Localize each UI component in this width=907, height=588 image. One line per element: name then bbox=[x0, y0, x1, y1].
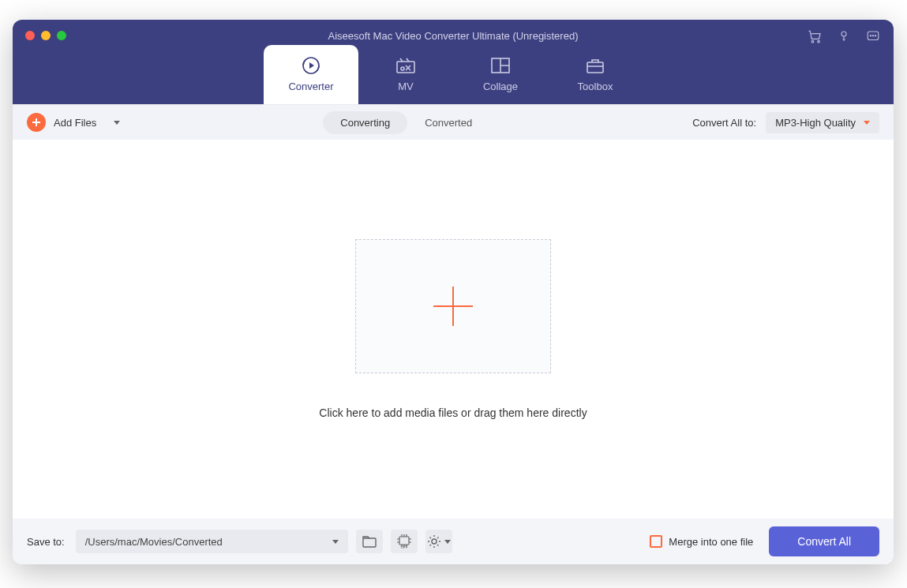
output-format-select[interactable]: MP3-High Quality bbox=[766, 112, 879, 133]
convert-all-button[interactable]: Convert All bbox=[769, 526, 879, 556]
traffic-lights bbox=[25, 31, 66, 40]
tab-label: Collage bbox=[483, 81, 518, 92]
segment-converting[interactable]: Converting bbox=[323, 111, 407, 134]
hardware-accel-button[interactable]: OFF bbox=[391, 530, 418, 553]
maximize-window-button[interactable] bbox=[57, 31, 66, 40]
folder-icon bbox=[362, 536, 377, 548]
minimize-window-button[interactable] bbox=[41, 31, 51, 40]
convert-all-label: Convert All bbox=[797, 535, 851, 548]
svg-rect-14 bbox=[587, 62, 603, 73]
cart-icon[interactable] bbox=[807, 28, 823, 47]
main-tabs: Converter MV Collage Toolbox bbox=[264, 45, 643, 104]
add-media-dropzone[interactable] bbox=[355, 239, 551, 373]
settings-button[interactable] bbox=[425, 530, 452, 553]
converter-icon bbox=[301, 57, 321, 74]
tab-label: MV bbox=[398, 81, 414, 92]
tab-mv[interactable]: MV bbox=[358, 45, 453, 104]
svg-point-20 bbox=[432, 539, 437, 544]
key-icon[interactable] bbox=[837, 29, 851, 47]
svg-point-6 bbox=[875, 36, 875, 36]
plus-icon bbox=[433, 287, 473, 326]
toolbar: Add Files Converting Converted Convert A… bbox=[13, 104, 894, 140]
tab-label: Converter bbox=[288, 81, 333, 92]
app-window: Aiseesoft Mac Video Converter Ultimate (… bbox=[13, 20, 894, 564]
tab-collage[interactable]: Collage bbox=[453, 45, 548, 104]
chevron-down-icon bbox=[864, 121, 870, 125]
plus-circle-icon bbox=[27, 113, 46, 132]
convert-all-to-label: Convert All to: bbox=[692, 117, 756, 129]
save-path-select[interactable]: /Users/mac/Movies/Converted bbox=[76, 530, 348, 553]
main-content: Click here to add media files or drag th… bbox=[13, 140, 894, 519]
svg-rect-17 bbox=[363, 538, 376, 547]
svg-point-10 bbox=[401, 67, 404, 70]
footer-bar: Save to: /Users/mac/Movies/Converted OFF… bbox=[13, 519, 894, 564]
window-title: Aiseesoft Mac Video Converter Ultimate (… bbox=[13, 20, 894, 42]
svg-point-1 bbox=[818, 40, 820, 42]
add-files-button[interactable]: Add Files bbox=[27, 113, 120, 132]
gear-icon bbox=[427, 534, 441, 549]
open-folder-button[interactable] bbox=[356, 530, 383, 553]
format-selected-value: MP3-High Quality bbox=[775, 117, 856, 129]
chevron-down-icon bbox=[332, 540, 339, 544]
merge-label: Merge into one file bbox=[669, 536, 753, 548]
svg-text:OFF: OFF bbox=[400, 545, 407, 549]
svg-rect-18 bbox=[399, 537, 409, 545]
svg-marker-8 bbox=[309, 62, 314, 69]
chip-icon: OFF bbox=[396, 534, 412, 549]
merge-checkbox[interactable]: Merge into one file bbox=[650, 535, 753, 548]
chevron-down-icon bbox=[114, 121, 120, 125]
svg-rect-9 bbox=[397, 62, 414, 73]
dropzone-hint: Click here to add media files or drag th… bbox=[319, 406, 587, 419]
conversion-status-segment: Converting Converted bbox=[323, 111, 489, 134]
add-files-label: Add Files bbox=[54, 117, 96, 129]
collage-icon bbox=[490, 57, 511, 74]
segment-converted[interactable]: Converted bbox=[407, 111, 489, 134]
toolbox-icon bbox=[585, 57, 605, 74]
titlebar: Aiseesoft Mac Video Converter Ultimate (… bbox=[13, 20, 894, 104]
tab-converter[interactable]: Converter bbox=[264, 45, 358, 104]
close-window-button[interactable] bbox=[25, 31, 35, 40]
tab-toolbox[interactable]: Toolbox bbox=[548, 45, 643, 104]
svg-point-4 bbox=[870, 36, 871, 36]
feedback-icon[interactable] bbox=[865, 29, 881, 47]
save-path-value: /Users/mac/Movies/Converted bbox=[85, 536, 223, 548]
svg-point-0 bbox=[811, 40, 814, 42]
convert-all-to-group: Convert All to: MP3-High Quality bbox=[692, 112, 879, 133]
svg-point-5 bbox=[872, 36, 873, 36]
svg-point-2 bbox=[841, 32, 846, 36]
mv-icon bbox=[395, 57, 416, 74]
chevron-down-icon bbox=[444, 540, 451, 544]
save-to-label: Save to: bbox=[27, 536, 65, 548]
checkbox-icon bbox=[650, 535, 662, 548]
tab-label: Toolbox bbox=[578, 81, 613, 92]
header-actions bbox=[807, 28, 881, 47]
